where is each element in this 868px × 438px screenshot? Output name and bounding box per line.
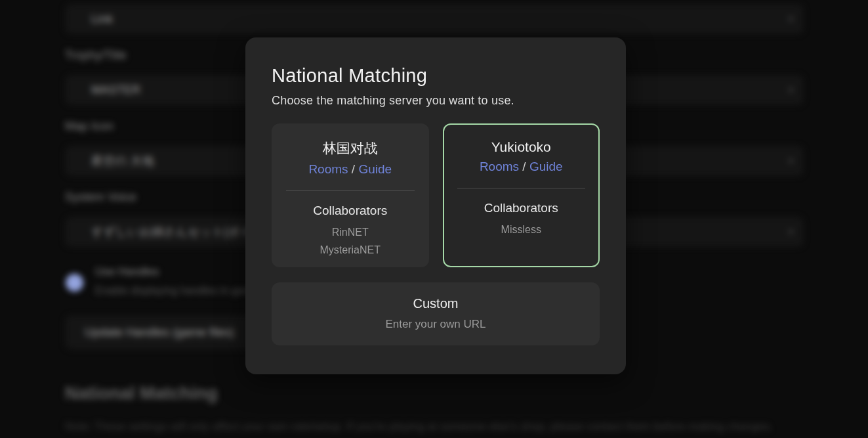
chevron-down-icon: ▾ bbox=[788, 155, 793, 167]
server-card-yukiotoko[interactable]: Yukiotoko Rooms / Guide Collaborators Mi… bbox=[443, 123, 600, 267]
collaborator: MysteriaNET bbox=[273, 241, 428, 259]
guide-link[interactable]: Guide bbox=[529, 160, 563, 173]
dialog-title: National Matching bbox=[272, 65, 600, 87]
rooms-link[interactable]: Rooms bbox=[480, 160, 519, 173]
server-name: Yukiotoko bbox=[444, 139, 599, 155]
collaborators-list: RinNET MysteriaNET bbox=[273, 223, 428, 259]
section-heading: National Matching bbox=[65, 383, 218, 404]
handles-checkbox-label: Use Handles bbox=[95, 265, 159, 278]
select-value: 星空の 大地 bbox=[91, 153, 154, 169]
update-handles-button-label: Update Handles (game files) bbox=[85, 326, 234, 339]
chevron-down-icon: ▾ bbox=[788, 84, 793, 96]
server-links: Rooms / Guide bbox=[273, 162, 428, 177]
server-card-linguo[interactable]: 林国对战 Rooms / Guide Collaborators RinNET … bbox=[272, 123, 429, 267]
chevron-down-icon: ▾ bbox=[788, 226, 793, 238]
collaborator: RinNET bbox=[273, 223, 428, 241]
collaborators-label: Collaborators bbox=[444, 201, 599, 215]
custom-card-subtitle: Enter your own URL bbox=[272, 318, 600, 331]
rooms-link[interactable]: Rooms bbox=[308, 162, 348, 176]
server-links: Rooms / Guide bbox=[444, 160, 599, 174]
collaborators-label: Collaborators bbox=[273, 204, 428, 218]
background-select-top[interactable]: Link ▾ bbox=[65, 4, 804, 34]
divider bbox=[457, 188, 586, 188]
field-label-map-icon: Map Icon bbox=[65, 120, 114, 133]
links-separator: / bbox=[519, 160, 529, 173]
section-note: Note: These settings will only affect yo… bbox=[65, 420, 804, 433]
server-name: 林国对战 bbox=[273, 139, 428, 158]
links-separator: / bbox=[348, 162, 359, 176]
handles-checkbox-description: Enable displaying handles in-game bbox=[95, 285, 258, 297]
chevron-down-icon: ▾ bbox=[788, 13, 793, 25]
handles-checkbox[interactable] bbox=[66, 274, 83, 292]
collaborator: Missless bbox=[444, 221, 599, 238]
field-label-trophy-title: Trophy/Title bbox=[65, 49, 127, 62]
dialog-subtitle: Choose the matching server you want to u… bbox=[272, 94, 600, 108]
select-value: Link bbox=[91, 12, 113, 26]
select-value: MASTER bbox=[91, 83, 140, 97]
custom-server-card[interactable]: Custom Enter your own URL bbox=[272, 282, 600, 345]
field-label-system-voice: System Voice bbox=[65, 190, 136, 204]
collaborators-list: Missless bbox=[444, 221, 599, 238]
divider bbox=[286, 190, 415, 191]
guide-link[interactable]: Guide bbox=[358, 162, 392, 176]
custom-card-title: Custom bbox=[272, 296, 600, 311]
select-value: すずしいお姉さんセット(ボイス) bbox=[91, 224, 268, 240]
national-matching-dialog: National Matching Choose the matching se… bbox=[245, 37, 626, 374]
server-options: 林国对战 Rooms / Guide Collaborators RinNET … bbox=[272, 123, 600, 267]
